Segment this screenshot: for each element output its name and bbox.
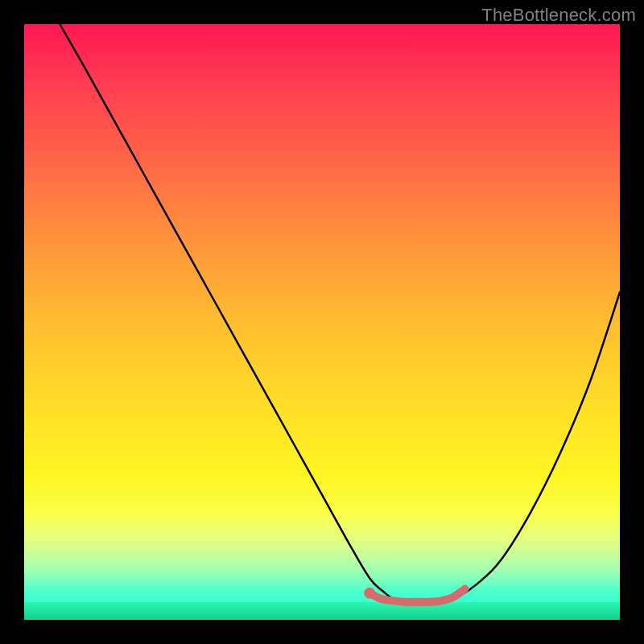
watermark-text: TheBottleneck.com [481,5,636,26]
bottleneck-curve [60,24,620,603]
plot-area [24,24,620,620]
optimal-range-start-dot [364,588,375,599]
chart-svg [24,24,620,620]
chart-container: TheBottleneck.com [0,0,644,644]
